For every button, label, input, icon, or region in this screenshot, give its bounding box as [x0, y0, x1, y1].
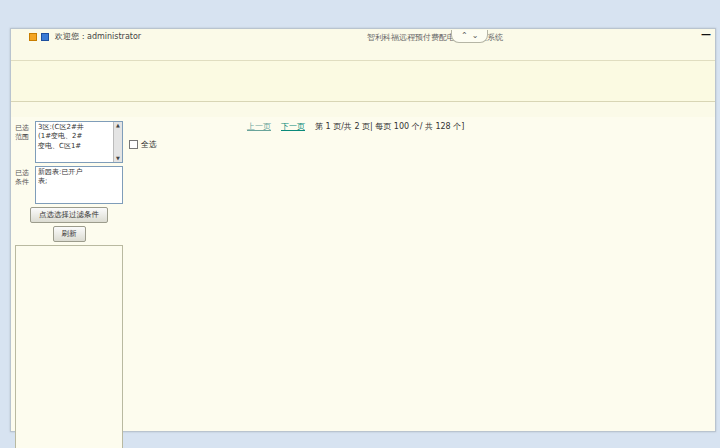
page-info-text: 第 1 页/共 2 页| 每页 100 个/ 共 128 个]: [315, 121, 464, 132]
scroll-up-icon[interactable]: ▲: [116, 122, 120, 129]
app-logo-icon: [29, 33, 37, 41]
select-all-control[interactable]: 全选: [129, 139, 157, 150]
content-area: 已选 范围 3区:(C区2#井 (1#变电、2# 变电、C区1# ▲▼ 已选 条…: [11, 117, 715, 431]
refresh-button[interactable]: 刷新: [53, 226, 86, 242]
selected-range-label: 已选 范围: [15, 121, 33, 163]
document-tabs: [11, 102, 715, 117]
next-page-link[interactable]: 下一页: [281, 121, 305, 132]
ribbon-collapse-control[interactable]: ⌃⌄: [451, 30, 488, 43]
main-menu: [11, 44, 715, 61]
welcome-user-text: 欢迎您：administrator: [55, 31, 141, 42]
selected-condition-box[interactable]: 新园表:已开户 表;: [35, 166, 123, 204]
scroll-down-icon[interactable]: ▼: [116, 155, 120, 162]
collapse-icon[interactable]: ⌃: [461, 31, 468, 40]
filter-sidebar: 已选 范围 3区:(C区2#井 (1#变电、2# 变电、C区1# ▲▼ 已选 条…: [11, 117, 125, 431]
building-tree: [15, 245, 123, 448]
expand-icon[interactable]: ⌄: [472, 31, 479, 40]
selected-condition-label: 已选 条件: [15, 166, 33, 204]
pick-filter-conditions-button[interactable]: 点选选择过滤条件: [30, 207, 108, 223]
selected-range-listbox[interactable]: 3区:(C区2#井 (1#变电、2# 变电、C区1# ▲▼: [35, 121, 123, 163]
listbox-scrollbar[interactable]: ▲▼: [113, 122, 122, 162]
meter-panel: 上一页 下一页 第 1 页/共 2 页| 每页 100 个/ 共 128 个] …: [125, 117, 715, 431]
minimize-button[interactable]: —: [701, 29, 711, 40]
pagination-bar: 上一页 下一页 第 1 页/共 2 页| 每页 100 个/ 共 128 个]: [129, 119, 711, 134]
app-logo-icon2: [41, 33, 49, 41]
select-all-label: 全选: [141, 139, 157, 150]
select-all-checkbox[interactable]: [129, 140, 138, 149]
action-bar: 全选: [129, 135, 711, 150]
ribbon: [11, 61, 715, 102]
title-bar: 欢迎您：administrator 智利科福远程预付费配电监控管理系统 ⌃⌄ —: [11, 29, 715, 44]
app-window: 欢迎您：administrator 智利科福远程预付费配电监控管理系统 ⌃⌄ —…: [10, 28, 716, 432]
prev-page-link[interactable]: 上一页: [247, 121, 271, 132]
